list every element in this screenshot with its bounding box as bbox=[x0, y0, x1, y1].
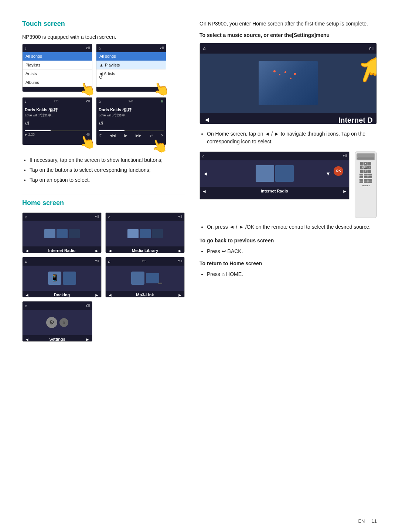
home-screen-title: Home screen bbox=[22, 194, 185, 208]
rbtn10 bbox=[359, 181, 363, 183]
list-playlists: Playlists bbox=[23, 61, 92, 70]
thumb-ml3 bbox=[152, 229, 163, 238]
arrow-left-ir2: ◄ bbox=[202, 188, 207, 195]
dpad-down: ▼ bbox=[364, 170, 367, 173]
now-playing-screen1: ♪ 2/8 Y.ll Doris Kokis /你好 Love willツ計繁中… bbox=[22, 97, 92, 145]
rbtn3 bbox=[368, 174, 372, 175]
thumb-ir1 bbox=[44, 229, 55, 238]
label-internet-radio: Internet Radio bbox=[48, 248, 76, 253]
ir-arrow-left: ◄ bbox=[203, 170, 208, 177]
dpad-ok: OK bbox=[364, 166, 367, 169]
signal-dock: Y.ll bbox=[95, 259, 99, 264]
np-title1: Doris Kokis /你好 bbox=[25, 107, 90, 113]
label-media-library: Media Library bbox=[132, 248, 158, 253]
label-settings: Settings bbox=[49, 336, 65, 342]
right-bullets-top: On Home screen, tap on ◄ / ► to navigate… bbox=[207, 130, 377, 146]
touch-screen-demo1: ♪ Y.ll All songs Playlists Artists Album… bbox=[22, 44, 92, 92]
arrow-right-mp3: ► bbox=[178, 292, 182, 298]
np-sub2: Love willツ計繁中... bbox=[99, 113, 164, 118]
arrow-left-mp3: ◄ bbox=[108, 292, 112, 298]
signal-ir2: Y.ll bbox=[343, 154, 347, 159]
touch-screen-intro: NP3900 is equipped with a touch screen. bbox=[22, 33, 185, 41]
home-text: Press ⌂ HOME. bbox=[207, 270, 377, 278]
dpad-right: ► bbox=[368, 166, 371, 169]
ir-arrow-right: ▼ bbox=[325, 170, 331, 177]
thumb-ml1 bbox=[127, 229, 139, 238]
counter2: 2/8 bbox=[129, 99, 133, 104]
ir-thumb2 bbox=[275, 165, 294, 182]
home-screen-mp3link: ⌂ 2/8 Y.ll ◄ Mp3-Link ► bbox=[105, 257, 185, 297]
arrow-right-set: ► bbox=[85, 336, 90, 342]
back-title: To go back to previous screen bbox=[200, 237, 377, 245]
rbtn11 bbox=[364, 181, 368, 183]
rbtn1 bbox=[359, 174, 363, 175]
rbtn4 bbox=[359, 176, 363, 178]
settings-gear-icon: ⚙ bbox=[46, 317, 57, 328]
remote-dpad: ▲ ◄ OK ► ▼ bbox=[360, 162, 371, 173]
touch-screen-bullets: If necessary, tap on the screen to show … bbox=[30, 156, 185, 184]
thumb-ir3 bbox=[69, 229, 80, 238]
bullet-2: Tap on the buttons to select correspondi… bbox=[30, 166, 185, 174]
dpad-empty2 bbox=[368, 162, 371, 165]
home-icon-dock: ⌂ bbox=[25, 258, 27, 265]
home-screen-media-library: ⌂ Y.ll ◄ Media Library ► bbox=[105, 212, 185, 253]
arrow-left-set: ◄ bbox=[25, 336, 29, 342]
music-icon: ♪ bbox=[25, 45, 27, 51]
dpad-empty3 bbox=[360, 170, 364, 173]
right-bullet-2: Or, press ◄ / ► /OK on the remote contro… bbox=[207, 223, 377, 231]
np-time1: ▶ 2:23 bbox=[25, 132, 35, 137]
home-screens-grid: ⌂ Y.ll ◄ Internet Radio ► bbox=[22, 212, 185, 297]
bullet-3: Tap on an option to select. bbox=[30, 176, 185, 184]
ctrl-next: ▶▶ bbox=[136, 133, 141, 138]
dock-station-img bbox=[63, 272, 76, 285]
rbtn5 bbox=[364, 176, 368, 178]
home-icon-ir: ⌂ bbox=[25, 214, 27, 220]
ctrl-play: I▶ bbox=[124, 133, 128, 138]
ok-overlay: OK bbox=[334, 166, 343, 176]
rbtn6 bbox=[368, 176, 372, 178]
dpad-empty4 bbox=[368, 170, 371, 173]
remote-control: ▲ ◄ OK ► ▼ bbox=[355, 151, 377, 218]
ctrl-prev: ◀◀ bbox=[110, 133, 116, 138]
page-number: EN 11 bbox=[358, 518, 377, 525]
ctrl-back: ↺ bbox=[99, 133, 102, 138]
arrow-right-ir2: ► bbox=[342, 188, 347, 195]
ctrl-repeat: ⇄ bbox=[150, 133, 153, 138]
dock-phone-img: 📱 bbox=[48, 272, 61, 285]
touch-screen-title: Touch screen bbox=[22, 15, 185, 29]
signal-ml: Y.ll bbox=[178, 215, 182, 220]
rbtn12 bbox=[368, 181, 372, 183]
np-title2: Doris Kokis /你好 bbox=[99, 107, 164, 113]
right-subtitle: To select a music source, or enter the[S… bbox=[200, 31, 377, 39]
home-icon-set: ⌂ bbox=[25, 303, 27, 309]
home-screen-docking: ⌂ Y.ll 📱 ◄ Docking ► bbox=[22, 257, 102, 297]
philips-logo: PHILIPS bbox=[361, 184, 370, 187]
remote-other-btns: PHILIPS bbox=[357, 174, 375, 187]
page-num: 11 bbox=[372, 518, 377, 524]
label-docking: Docking bbox=[54, 292, 70, 297]
mp3-device-img bbox=[131, 272, 144, 285]
large-internet-screen: ⌂ Y.ll ◄ In bbox=[200, 43, 377, 124]
home-screen-internet-radio: ⌂ Y.ll ◄ Internet Radio ► bbox=[22, 212, 102, 253]
list2-artists: ◀Artists bbox=[96, 69, 166, 78]
arrow-right-dock: ► bbox=[95, 292, 99, 298]
right-intro: On NP3900, you enter Home screen after t… bbox=[200, 20, 377, 28]
home-icon-mp3: ⌂ bbox=[108, 258, 110, 265]
label-internet-radio2: Internet Radio bbox=[261, 188, 288, 194]
signal-mp3: Y.ll bbox=[178, 259, 182, 264]
list-all-songs: All songs bbox=[23, 52, 92, 61]
internet-radio-remote-row: ⌂ Y.ll OK ◄ ▼ bbox=[200, 151, 377, 218]
arrow-right-ir: ► bbox=[95, 248, 99, 253]
internet-radio-screen: ⌂ Y.ll OK ◄ ▼ bbox=[200, 151, 349, 200]
lang-label: EN bbox=[358, 518, 365, 524]
right-bullets-bottom: Or, press ◄ / ► /OK on the remote contro… bbox=[207, 223, 377, 231]
list2-playlists: ▲Playlists bbox=[96, 61, 166, 70]
label-mp3link: Mp3-Link bbox=[136, 292, 154, 297]
signal-set: Y.ll bbox=[86, 303, 90, 308]
right-bullet-1: On Home screen, tap on ◄ / ► to navigate… bbox=[207, 130, 377, 146]
remote-top-btn bbox=[357, 153, 375, 160]
home-icon-ir2: ⌂ bbox=[202, 153, 205, 159]
arrow-left-ml: ◄ bbox=[108, 248, 112, 253]
np-sub1: Love willツ計繁中... bbox=[25, 113, 90, 118]
thumb-ml2 bbox=[140, 229, 151, 238]
